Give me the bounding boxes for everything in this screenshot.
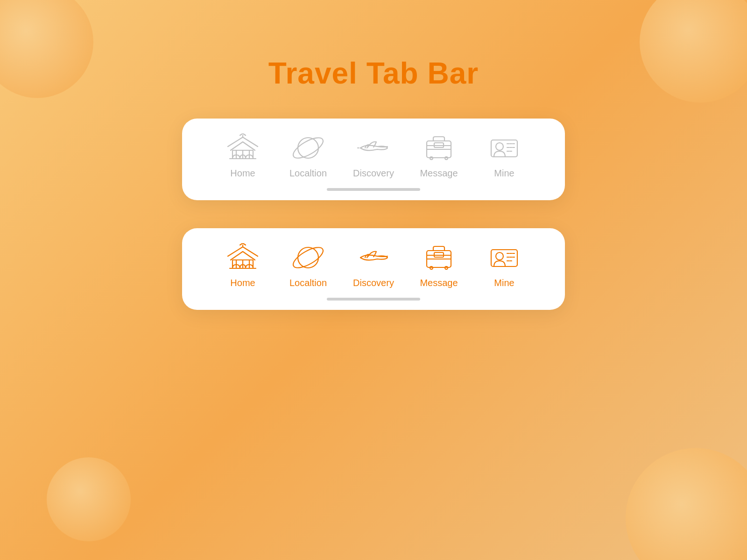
tab-item-home-active[interactable]: Home — [215, 241, 271, 288]
location-icon-active — [289, 241, 327, 274]
discovery-label-active: Discovery — [353, 278, 394, 288]
location-icon — [289, 132, 327, 164]
tab-item-message-active[interactable]: Message — [411, 241, 467, 288]
mine-icon-active — [486, 241, 523, 274]
mine-icon — [486, 132, 523, 164]
discovery-icon-active — [355, 241, 392, 274]
discovery-label-inactive: Discovery — [353, 168, 394, 179]
svg-point-16 — [496, 143, 503, 150]
page-title: Travel Tab Bar — [0, 56, 747, 91]
active-tab-indicator — [327, 298, 420, 301]
home-icon — [224, 132, 261, 164]
active-tab-bar: Home Localtion — [182, 228, 565, 310]
mine-label-inactive: Mine — [494, 168, 514, 179]
inactive-tab-indicator — [327, 188, 420, 191]
location-label-active: Localtion — [289, 278, 327, 288]
tab-item-message-inactive[interactable]: Message — [411, 132, 467, 179]
decorative-circle-br — [626, 448, 747, 560]
active-tabbar-wrapper: Home Localtion — [0, 228, 747, 310]
home-label-inactive: Home — [230, 168, 255, 179]
svg-point-35 — [496, 252, 503, 260]
tab-item-location-inactive[interactable]: Localtion — [280, 132, 336, 179]
decorative-circle-bl — [47, 457, 131, 541]
tab-item-discovery-inactive[interactable]: Discovery — [345, 132, 402, 179]
message-label-active: Message — [420, 278, 458, 288]
inactive-tabbar-wrapper: Home Localtion — [0, 119, 747, 200]
inactive-tab-bar: Home Localtion — [182, 119, 565, 200]
discovery-icon — [355, 132, 392, 164]
mine-label-active: Mine — [494, 278, 514, 288]
home-icon-active — [224, 241, 261, 274]
message-icon-active — [420, 241, 458, 274]
location-label-inactive: Localtion — [289, 168, 327, 179]
tab-item-discovery-active[interactable]: Discovery — [345, 241, 402, 288]
message-icon — [420, 132, 458, 164]
tab-item-location-active[interactable]: Localtion — [280, 241, 336, 288]
active-tab-items: Home Localtion — [210, 241, 537, 288]
tab-item-mine-inactive[interactable]: Mine — [476, 132, 532, 179]
home-label-active: Home — [230, 278, 255, 288]
tab-item-mine-active[interactable]: Mine — [476, 241, 532, 288]
inactive-tab-items: Home Localtion — [210, 132, 537, 179]
tab-item-home-inactive[interactable]: Home — [215, 132, 271, 179]
message-label-inactive: Message — [420, 168, 458, 179]
